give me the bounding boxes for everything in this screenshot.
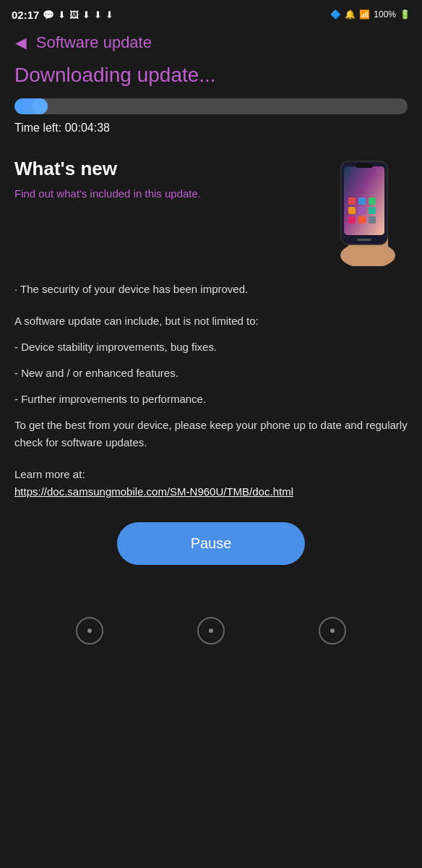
bullet-1: - Device stability improvements, bug fix… [14, 339, 408, 356]
keep-up-to-date: To get the best from your device, please… [14, 417, 408, 451]
image-icon: 🖼 [69, 9, 79, 20]
whats-new-title: What's new [14, 158, 321, 180]
status-time: 02:17 [12, 9, 39, 21]
description-section: · The security of your device has been i… [14, 281, 408, 451]
svg-rect-19 [357, 239, 371, 241]
battery-icon: 🔋 [400, 9, 410, 20]
nav-home-dot [209, 629, 213, 633]
security-note: · The security of your device has been i… [14, 281, 408, 298]
nav-back-button[interactable] [76, 617, 103, 644]
main-content: Downloading update... Time left: 00:04:3… [0, 58, 422, 601]
header: ◄ Software update [0, 26, 422, 58]
bottom-nav [0, 608, 422, 656]
svg-rect-16 [358, 216, 366, 224]
learn-more-section: Learn more at: https://doc.samsungmobile… [14, 466, 408, 501]
svg-rect-17 [369, 216, 376, 224]
phone-illustration [321, 158, 408, 266]
bluetooth-icon: 🔷 [330, 9, 341, 20]
whats-new-text: What's new Find out what's included in t… [14, 158, 321, 201]
alarm-icon: 🔔 [345, 9, 356, 20]
nav-recents-dot [330, 629, 335, 633]
status-left: 02:17 💬 ⬇ 🖼 ⬇ ⬇ ⬇ [12, 9, 113, 21]
svg-rect-15 [348, 216, 356, 224]
downloading-title: Downloading update... [14, 64, 408, 87]
nav-recents-button[interactable] [319, 617, 346, 644]
status-bar: 02:17 💬 ⬇ 🖼 ⬇ ⬇ ⬇ 🔷 🔔 📶 100% 🔋 [0, 0, 422, 26]
learn-more-link[interactable]: https://doc.samsungmobile.com/SM-N960U/T… [14, 485, 293, 498]
signal-icon: 📶 [359, 9, 370, 20]
svg-rect-18 [356, 163, 373, 168]
back-icon[interactable]: ◄ [12, 33, 30, 52]
time-left: Time left: 00:04:38 [14, 122, 408, 135]
download-icon-1: ⬇ [58, 9, 66, 20]
svg-rect-9 [348, 197, 356, 205]
bullet-2: - New and / or enhanced features. [14, 365, 408, 382]
battery-text: 100% [374, 9, 396, 20]
progress-bar-fill [14, 98, 46, 114]
pause-button[interactable]: Pause [117, 522, 305, 565]
svg-rect-12 [348, 207, 356, 214]
svg-rect-10 [358, 197, 366, 205]
status-right: 🔷 🔔 📶 100% 🔋 [330, 9, 410, 20]
svg-rect-13 [358, 207, 366, 214]
update-info: A software update can include, but is no… [14, 312, 408, 330]
svg-rect-11 [369, 197, 376, 205]
learn-more-label: Learn more at: [14, 468, 85, 480]
bullet-3: - Further improvements to performance. [14, 391, 408, 408]
messenger-icon: 💬 [43, 9, 54, 20]
whats-new-section: What's new Find out what's included in t… [14, 158, 408, 266]
nav-back-dot [87, 629, 92, 633]
nav-home-button[interactable] [197, 617, 225, 644]
download-icon-4: ⬇ [106, 9, 113, 20]
download-icon-3: ⬇ [94, 9, 102, 20]
progress-bar-container [14, 98, 408, 114]
page-title: Software update [36, 33, 152, 52]
whats-new-link[interactable]: Find out what's included in this update. [14, 187, 201, 200]
download-icon-2: ⬇ [82, 9, 90, 20]
svg-rect-14 [369, 207, 376, 214]
